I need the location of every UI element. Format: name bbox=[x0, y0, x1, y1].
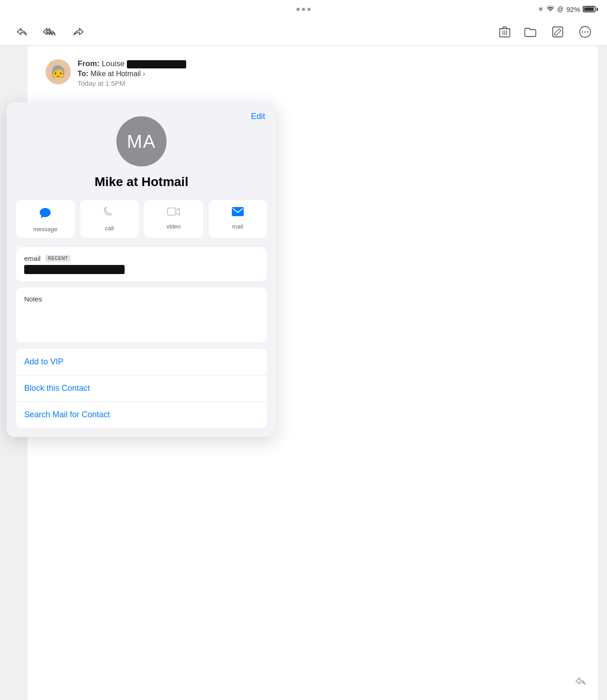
video-button[interactable]: video bbox=[144, 200, 203, 238]
contact-name: Mike at Hotmail bbox=[7, 175, 276, 189]
delete-button[interactable] bbox=[497, 24, 513, 40]
folder-button[interactable] bbox=[522, 24, 539, 40]
svg-point-9 bbox=[587, 31, 589, 32]
recent-badge: RECENT bbox=[45, 255, 71, 262]
sender-email-redacted bbox=[127, 60, 186, 68]
email-info-card: email RECENT bbox=[16, 247, 267, 281]
email-value-redacted bbox=[24, 265, 125, 274]
reply-corner-icon[interactable] bbox=[574, 675, 589, 691]
message-icon bbox=[39, 207, 52, 222]
recipient-chevron[interactable]: › bbox=[143, 70, 145, 78]
email-from: From: Louise bbox=[78, 59, 186, 68]
mail-button[interactable]: mail bbox=[209, 200, 267, 238]
email-to: To: Mike at Hotmail › bbox=[78, 70, 186, 78]
action-buttons-row: message call video bbox=[7, 200, 276, 238]
svg-point-7 bbox=[582, 31, 583, 32]
call-button[interactable]: call bbox=[80, 200, 139, 238]
status-icons: ✳ @ 92% bbox=[538, 5, 598, 13]
battery-percent: 92% bbox=[566, 5, 580, 13]
svg-rect-11 bbox=[232, 207, 244, 216]
svg-rect-5 bbox=[553, 27, 563, 37]
reply-all-button[interactable] bbox=[39, 24, 61, 40]
notes-card: Notes bbox=[16, 288, 267, 342]
action-links: Add to VIP Block this Contact Search Mai… bbox=[16, 349, 267, 428]
toolbar bbox=[0, 18, 607, 46]
video-icon bbox=[167, 207, 180, 219]
contact-initials: MA bbox=[127, 131, 156, 152]
brightness-icon: ✳ bbox=[538, 5, 544, 13]
block-contact-button[interactable]: Block this Contact bbox=[16, 375, 267, 402]
call-icon bbox=[104, 207, 115, 221]
reply-button[interactable] bbox=[14, 24, 30, 40]
recipient-name: Mike at Hotmail bbox=[90, 70, 141, 78]
location-icon: @ bbox=[557, 5, 564, 13]
video-label: video bbox=[167, 223, 181, 230]
add-to-vip-button[interactable]: Add to VIP bbox=[16, 349, 267, 375]
forward-button[interactable] bbox=[70, 24, 87, 40]
status-center bbox=[297, 8, 311, 11]
more-button[interactable] bbox=[577, 24, 593, 40]
sender-name: Louise bbox=[102, 59, 127, 68]
search-mail-button[interactable]: Search Mail for Contact bbox=[16, 402, 267, 428]
message-button[interactable]: message bbox=[16, 200, 75, 238]
three-dots bbox=[297, 8, 311, 11]
compose-button[interactable] bbox=[548, 24, 568, 40]
time-suffix: PM bbox=[115, 79, 126, 87]
status-bar: ✳ @ 92% bbox=[0, 0, 607, 18]
mail-icon bbox=[231, 207, 244, 219]
contact-panel: Edit MA Mike at Hotmail message call bbox=[7, 103, 276, 437]
svg-point-8 bbox=[585, 31, 586, 32]
notes-label: Notes bbox=[24, 295, 259, 303]
mail-label: mail bbox=[232, 223, 243, 230]
email-time: Today at 1:5PM bbox=[78, 79, 186, 87]
sender-avatar: 🧓 bbox=[46, 59, 71, 84]
contact-avatar: MA bbox=[116, 116, 167, 166]
message-label: message bbox=[33, 226, 58, 233]
toolbar-right bbox=[497, 24, 593, 40]
email-meta: From: Louise To: Mike at Hotmail › Today… bbox=[78, 59, 186, 87]
email-header: 🧓 From: Louise To: Mike at Hotmail › Tod… bbox=[37, 50, 589, 96]
wifi-icon bbox=[546, 5, 555, 13]
toolbar-left bbox=[14, 24, 87, 40]
battery-icon bbox=[583, 6, 598, 12]
email-field-label: email RECENT bbox=[24, 254, 259, 262]
edit-button[interactable]: Edit bbox=[251, 112, 265, 121]
svg-rect-10 bbox=[167, 208, 176, 215]
call-label: call bbox=[105, 225, 114, 232]
